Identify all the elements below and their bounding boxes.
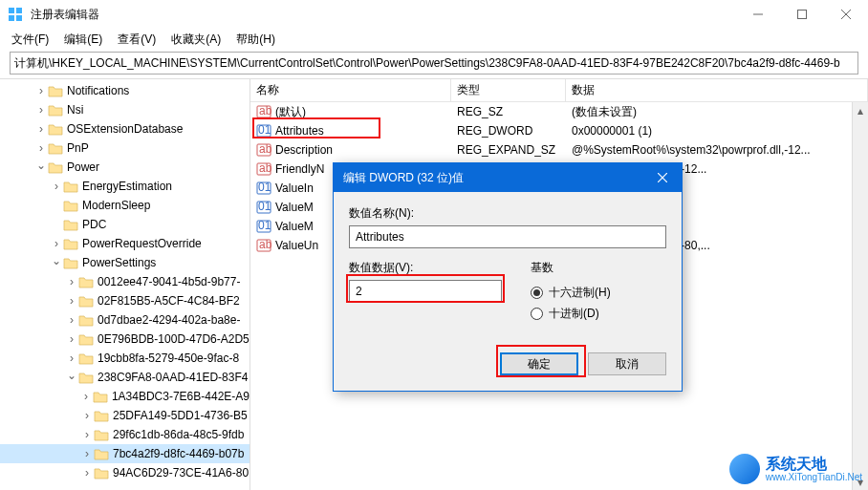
address-bar[interactable]: 计算机\HKEY_LOCAL_MACHINE\SYSTEM\CurrentCon… [10, 52, 858, 75]
column-data[interactable]: 数据 [566, 79, 868, 101]
folder-icon [78, 294, 94, 308]
tree-item[interactable]: ⌄PowerSettings [0, 253, 250, 272]
cancel-button[interactable]: 取消 [588, 352, 666, 375]
twisty-icon[interactable]: › [80, 466, 94, 479]
value-name: (默认) [275, 104, 306, 120]
dialog-titlebar[interactable]: 编辑 DWORD (32 位)值 [334, 163, 682, 192]
tree-item[interactable]: ›0d7dbae2-4294-402a-ba8e- [0, 310, 250, 330]
folder-icon [94, 409, 109, 422]
column-name[interactable]: 名称 [250, 79, 451, 101]
tree-item[interactable]: ›02F815B5-A5CF-4C84-BF2 [0, 291, 250, 310]
menu-view[interactable]: 查看(V) [112, 30, 162, 50]
tree-item-label: OSExtensionDatabase [67, 122, 183, 136]
twisty-icon[interactable]: › [50, 180, 63, 193]
tree-item[interactable]: ›0E796BDB-100D-47D6-A2D5 [0, 330, 250, 349]
value-data: 0x00000001 (1) [566, 124, 868, 138]
value-name: ValueM [275, 201, 314, 214]
string-value-icon: ab [256, 142, 271, 158]
tree-item[interactable]: ›EnergyEstimation [0, 177, 250, 196]
tree-pane[interactable]: ›Notifications›Nsi›OSExtensionDatabase›P… [0, 79, 250, 490]
folder-icon [48, 160, 63, 174]
twisty-icon[interactable]: › [80, 409, 94, 422]
tree-item[interactable]: ›OSExtensionDatabase [0, 119, 250, 138]
base-label: 基数 [531, 260, 611, 276]
tree-item[interactable]: ›94AC6D29-73CE-41A6-80 [0, 463, 250, 482]
titlebar: 注册表编辑器 [0, 0, 868, 29]
tree-item[interactable]: ›7bc4a2f9-d8fc-4469-b07b [0, 444, 250, 463]
menu-favorites[interactable]: 收藏夹(A) [165, 30, 227, 50]
twisty-icon[interactable]: › [65, 313, 78, 327]
twisty-icon[interactable]: › [65, 332, 78, 346]
svg-text:ab: ab [259, 104, 271, 117]
tree-item[interactable]: ›PowerRequestOverride [0, 234, 250, 253]
tree-item[interactable]: ›19cbb8fa-5279-450e-9fac-8 [0, 349, 250, 368]
twisty-icon[interactable]: › [34, 84, 48, 97]
radio-hex[interactable]: 十六进制(H) [531, 282, 611, 303]
twisty-icon[interactable]: › [34, 103, 48, 117]
edit-dword-dialog: 编辑 DWORD (32 位)值 数值名称(N): 数值数据(V): 基数 十六… [333, 162, 683, 392]
value-row[interactable]: abDescriptionREG_EXPAND_SZ@%SystemRoot%\… [250, 140, 868, 160]
twisty-icon[interactable]: ⌄ [65, 369, 78, 382]
folder-icon [94, 466, 109, 479]
twisty-icon[interactable]: › [80, 447, 94, 460]
twisty-icon[interactable]: ⌄ [34, 159, 48, 172]
tree-item[interactable]: ›0012ee47-9041-4b5d-9b77- [0, 272, 250, 291]
menu-file[interactable]: 文件(F) [6, 30, 54, 50]
twisty-icon[interactable]: › [34, 141, 48, 155]
tree-item[interactable]: ›1A34BDC3-7E6B-442E-A9 [0, 387, 250, 406]
tree-item[interactable]: ›29f6c1db-86da-48c5-9fdb [0, 425, 250, 444]
twisty-icon[interactable]: ⌄ [50, 254, 63, 267]
value-data-label: 数值数据(V): [349, 260, 502, 276]
value-row[interactable]: 011AttributesREG_DWORD0x00000001 (1) [250, 121, 868, 140]
address-text: 计算机\HKEY_LOCAL_MACHINE\SYSTEM\CurrentCon… [14, 55, 840, 72]
twisty-icon[interactable]: › [34, 122, 48, 136]
string-value-icon: ab [256, 238, 271, 253]
scroll-up-icon[interactable]: ▴ [853, 102, 869, 118]
watermark-url: www.XiTongTianDi.Net [766, 472, 862, 482]
folder-icon [94, 447, 109, 460]
twisty-icon[interactable]: › [79, 390, 93, 403]
svg-text:011: 011 [258, 123, 271, 137]
ok-button[interactable]: 确定 [500, 352, 578, 375]
tree-item[interactable]: ›Nsi [0, 100, 250, 119]
tree-item[interactable]: ›Notifications [0, 81, 250, 100]
value-name-input[interactable] [349, 225, 666, 248]
svg-rect-3 [16, 15, 22, 21]
close-button[interactable] [824, 0, 868, 29]
folder-icon [63, 237, 78, 250]
folder-icon [48, 141, 63, 155]
value-name: ValueUn [275, 239, 318, 252]
tree-item[interactable]: ⌄Power [0, 158, 250, 177]
minimize-button[interactable] [736, 0, 780, 29]
string-value-icon: ab [256, 161, 271, 177]
tree-item-label: 1A34BDC3-7E6B-442E-A9 [112, 390, 250, 403]
twisty-icon[interactable]: › [65, 294, 78, 308]
twisty-icon[interactable]: › [65, 352, 78, 365]
tree-item[interactable]: ⌄238C9FA8-0AAD-41ED-83F4 [0, 368, 250, 387]
menu-edit[interactable]: 编辑(E) [58, 30, 108, 50]
twisty-icon[interactable]: › [50, 237, 63, 250]
vertical-scrollbar[interactable]: ▴ ▾ [852, 102, 868, 490]
value-row[interactable]: ab(默认)REG_SZ(数值未设置) [250, 102, 868, 121]
tree-item[interactable]: PDC [0, 215, 250, 234]
column-type[interactable]: 类型 [451, 79, 566, 101]
globe-icon [729, 454, 760, 484]
svg-text:011: 011 [258, 219, 271, 232]
tree-item[interactable]: ›PnP [0, 138, 250, 158]
menu-help[interactable]: 帮助(H) [230, 30, 281, 50]
tree-item-label: PDC [82, 218, 106, 231]
value-type: REG_DWORD [451, 124, 566, 138]
folder-icon [93, 390, 108, 403]
maximize-button[interactable] [780, 0, 824, 29]
svg-rect-5 [798, 11, 807, 19]
dialog-close-button[interactable] [643, 163, 682, 192]
twisty-icon[interactable]: › [80, 428, 94, 441]
tree-item-label: PowerRequestOverride [82, 237, 202, 250]
value-data-input[interactable] [349, 280, 502, 303]
tree-item[interactable]: ›25DFA149-5DD1-4736-B5 [0, 406, 250, 425]
tree-item-label: 7bc4a2f9-d8fc-4469-b07b [113, 447, 244, 460]
tree-item[interactable]: ModernSleep [0, 196, 250, 215]
twisty-icon[interactable]: › [65, 275, 78, 288]
folder-icon [63, 218, 78, 231]
radio-dec[interactable]: 十进制(D) [531, 303, 611, 324]
